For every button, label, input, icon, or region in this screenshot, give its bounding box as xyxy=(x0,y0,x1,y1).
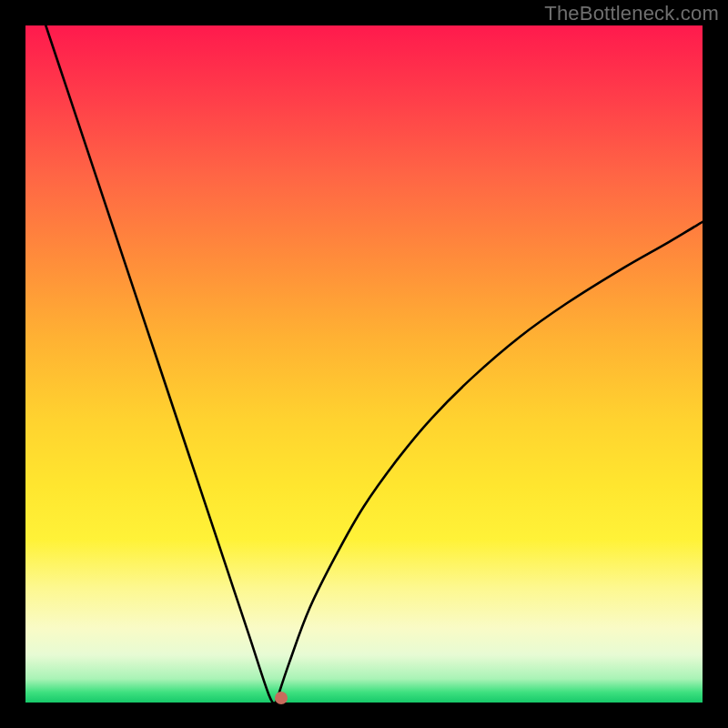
bottleneck-curve xyxy=(25,25,703,703)
curve-left-branch xyxy=(46,25,276,703)
chart-frame xyxy=(25,25,703,703)
curve-right-branch xyxy=(276,222,703,703)
watermark-text: TheBottleneck.com xyxy=(544,2,719,25)
minimum-point-marker xyxy=(275,692,288,704)
